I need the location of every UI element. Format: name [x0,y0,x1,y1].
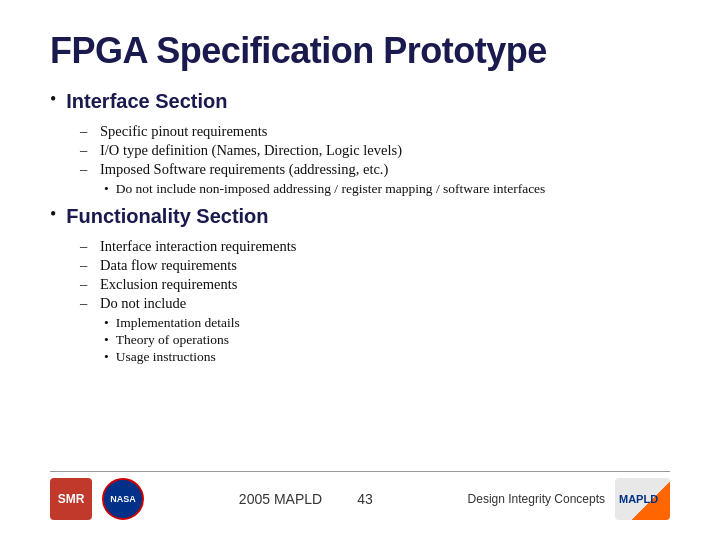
footer-right-text: Design Integrity Concepts [468,492,605,506]
functionality-nested-item-1: • Implementation details [104,315,670,331]
functionality-sub-item-2: – Data flow requirements [80,257,670,274]
dash-f3: – [80,276,92,293]
smr-logo: SMR [50,478,92,520]
functionality-sub-item-3: – Exclusion requirements [80,276,670,293]
functionality-sub-item-3-text: Exclusion requirements [100,276,237,293]
interface-section-bullet: • Interface Section [50,90,670,113]
interface-nested-list: • Do not include non-imposed addressing … [104,181,670,197]
footer-right: Design Integrity Concepts MAPLD [468,478,670,520]
nasa-logo-text: NASA [110,494,136,504]
functionality-nested-item-1-text: Implementation details [116,315,240,331]
nested-dot-f2: • [104,332,109,348]
dash-1: – [80,123,92,140]
dash-3: – [80,161,92,178]
functionality-sub-item-4: – Do not include [80,295,670,312]
functionality-nested-list: • Implementation details • Theory of ope… [104,315,670,365]
interface-sub-item-2-text: I/O type definition (Names, Direction, L… [100,142,402,159]
slide-content: • Interface Section – Specific pinout re… [50,90,670,463]
dash-2: – [80,142,92,159]
smr-logo-text: SMR [58,492,85,506]
interface-section: • Interface Section – Specific pinout re… [50,90,670,197]
interface-section-label: Interface Section [66,90,227,113]
nested-dot-f3: • [104,349,109,365]
functionality-nested-item-3: • Usage instructions [104,349,670,365]
functionality-sub-item-4-text: Do not include [100,295,186,312]
footer-page-number: 2005 MAPLD 43 [239,491,373,507]
footer-year: 2005 MAPLD [239,491,322,507]
nested-dot-1: • [104,181,109,197]
slide: FPGA Specification Prototype • Interface… [0,0,720,540]
interface-sub-item-2: – I/O type definition (Names, Direction,… [80,142,670,159]
functionality-sub-item-1-text: Interface interaction requirements [100,238,296,255]
slide-title: FPGA Specification Prototype [50,30,670,72]
interface-sub-item-1: – Specific pinout requirements [80,123,670,140]
bullet-dot-interface: • [50,89,56,110]
interface-nested-item-1: • Do not include non-imposed addressing … [104,181,670,197]
dash-f2: – [80,257,92,274]
functionality-nested-item-2: • Theory of operations [104,332,670,348]
mapld-logo-text: MAPLD [619,493,658,505]
interface-nested-item-1-text: Do not include non-imposed addressing / … [116,181,546,197]
footer-page-num: 43 [357,491,373,507]
functionality-section-bullet: • Functionality Section [50,205,670,228]
slide-footer: SMR NASA 2005 MAPLD 43 Design Integrity … [50,471,670,520]
interface-sub-item-3: – Imposed Software requirements (address… [80,161,670,178]
functionality-sub-item-2-text: Data flow requirements [100,257,237,274]
interface-sub-item-3-text: Imposed Software requirements (addressin… [100,161,388,178]
dash-f1: – [80,238,92,255]
functionality-nested-item-2-text: Theory of operations [116,332,229,348]
interface-sub-item-1-text: Specific pinout requirements [100,123,268,140]
functionality-sub-item-1: – Interface interaction requirements [80,238,670,255]
functionality-sub-list: – Interface interaction requirements – D… [80,238,670,365]
functionality-nested-item-3-text: Usage instructions [116,349,216,365]
dash-f4: – [80,295,92,312]
interface-sub-list: – Specific pinout requirements – I/O typ… [80,123,670,197]
functionality-section-label: Functionality Section [66,205,268,228]
mapld-logo: MAPLD [615,478,670,520]
functionality-section: • Functionality Section – Interface inte… [50,205,670,365]
nasa-logo: NASA [102,478,144,520]
footer-logos-left: SMR NASA [50,478,144,520]
nested-dot-f1: • [104,315,109,331]
bullet-dot-functionality: • [50,204,56,225]
